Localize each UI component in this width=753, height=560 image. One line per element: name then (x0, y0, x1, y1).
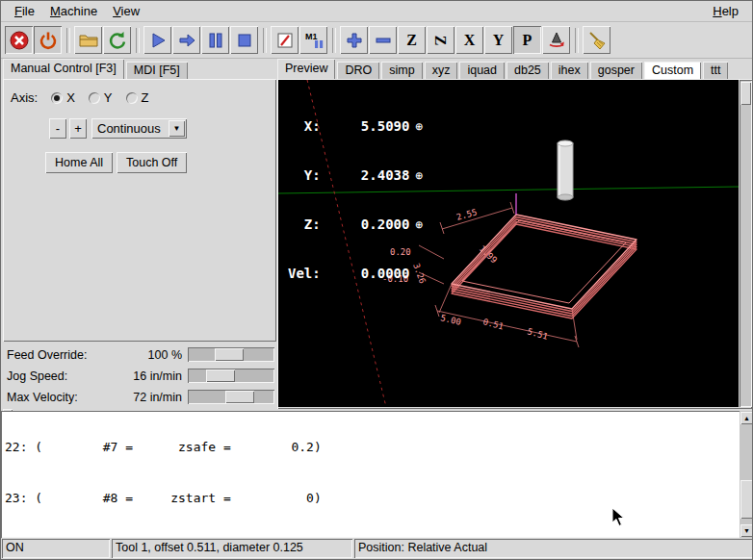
preview-canvas[interactable]: 2.55 1.99 0.20 3.26 -0.10 5.00 0.51 5.51 (278, 80, 739, 407)
machine-power-button[interactable] (34, 26, 62, 54)
max-velocity-label: Max Velocity: (7, 391, 78, 404)
max-velocity-slider[interactable] (188, 390, 274, 404)
broom-icon (586, 30, 608, 51)
dro-y: Y: 2.4038 (288, 167, 409, 184)
preview-scrollbar[interactable] (740, 80, 752, 407)
dro-x: X: 5.5090 (288, 118, 409, 135)
jog-mode-select[interactable]: Continuous ▼ (91, 118, 187, 139)
toolbar-separator (575, 28, 579, 53)
pause-icon (205, 30, 226, 51)
scroll-down-icon[interactable]: ▼ (740, 524, 753, 537)
minus-icon (373, 30, 394, 51)
plus-icon (344, 30, 365, 51)
tool-info-cell: Tool 1, offset 0.511, diameter 0.125 (112, 539, 352, 558)
jog-mode-value: Continuous (97, 121, 167, 136)
dro-overlay: X: 5.5090⊕ Y: 2.4038⊕ Z: 0.2000⊕ Vel: 0.… (288, 86, 423, 315)
power-icon (38, 30, 59, 51)
preview-scrollbar-thumb[interactable] (740, 82, 751, 105)
homed-icon: ⊕ (415, 167, 423, 184)
gcode-lines: 22: ( #7 = zsafe = 0.2) 23: ( #8 = zstar… (5, 411, 753, 538)
menu-machine[interactable]: Machine (42, 2, 105, 20)
run-button[interactable] (143, 26, 171, 54)
tab-dro[interactable]: DRO (337, 62, 379, 79)
axis-x-label: X (66, 90, 75, 105)
toolbar-separator (136, 28, 140, 53)
rotate-view-button[interactable] (542, 26, 570, 54)
feed-override-slider[interactable] (188, 347, 274, 362)
gcode-text-area[interactable]: 22: ( #7 = zsafe = 0.2) 23: ( #8 = zstar… (1, 411, 753, 538)
view-side-button[interactable]: X (455, 26, 483, 54)
view-front-button[interactable]: Y (484, 26, 512, 54)
tab-ihex[interactable]: ihex (551, 62, 588, 79)
step-button[interactable] (172, 26, 200, 54)
feed-override-value: 100 % (118, 348, 182, 362)
homed-icon: ⊕ (415, 118, 423, 135)
view-side-letter: X (464, 33, 476, 48)
open-file-button[interactable] (74, 26, 102, 54)
tab-gosper[interactable]: gosper (590, 62, 642, 79)
clear-plot-button[interactable] (583, 26, 610, 54)
tab-manual-control[interactable]: Manual Control [F3] (3, 59, 124, 79)
jog-speed-label: Jog Speed: (7, 369, 67, 383)
max-velocity-slider-thumb[interactable] (225, 391, 254, 403)
touch-off-button[interactable]: Touch Off (117, 152, 187, 173)
dro-z: Z: 0.2000 (288, 216, 409, 233)
play-icon (147, 30, 169, 51)
jog-speed-slider-thumb[interactable] (206, 369, 235, 382)
axis-y-radio[interactable] (89, 92, 100, 104)
view-rotated-top-button[interactable]: Z (427, 26, 454, 54)
reload-file-button[interactable] (103, 26, 131, 54)
tab-mdi[interactable]: MDI [F5] (126, 62, 188, 79)
axis-z-radio[interactable] (126, 92, 138, 104)
estop-button[interactable] (5, 26, 33, 54)
axis-x-radio[interactable] (51, 92, 63, 104)
axis-z-label: Z (142, 90, 149, 105)
scroll-up-icon[interactable]: ▲ (740, 412, 753, 424)
gcode-scrollbar-thumb[interactable] (740, 480, 753, 519)
chevron-down-icon: ▼ (169, 120, 185, 137)
axis-label: Axis: (11, 90, 38, 105)
feed-override-row: Feed Override: 100 % (3, 345, 276, 366)
optional-pause-button[interactable]: M1 (299, 26, 327, 54)
estop-icon (9, 30, 30, 51)
view-perspective-button[interactable]: P (513, 26, 541, 54)
home-all-button[interactable]: Home All (45, 152, 113, 173)
zoom-out-button[interactable] (369, 26, 397, 54)
pause-button[interactable] (201, 26, 229, 54)
manual-control-panel: Axis: X Y Z - + Continuous ▼ Home All To… (3, 79, 276, 342)
tab-custom[interactable]: Custom (644, 62, 701, 79)
skip-lines-button[interactable] (271, 26, 299, 54)
feed-override-slider-thumb[interactable] (215, 348, 244, 361)
toolbar-separator (332, 28, 336, 53)
tab-xyz[interactable]: xyz (425, 62, 458, 79)
view-front-letter: Y (493, 33, 505, 48)
toolbar-separator (66, 28, 70, 53)
svg-text:0.51: 0.51 (481, 317, 505, 331)
tab-iquad[interactable]: iquad (459, 62, 505, 79)
dro-vel: Vel: 0.0000 (288, 266, 409, 282)
axis-row: Axis: X Y Z (11, 90, 276, 105)
menu-help[interactable]: Help (705, 2, 746, 20)
tab-simp[interactable]: simp (381, 62, 422, 79)
override-sliders: Feed Override: 100 % Jog Speed: 16 in/mi… (3, 345, 276, 409)
stop-icon (234, 30, 255, 51)
menu-view[interactable]: View (105, 2, 147, 20)
zoom-in-button[interactable] (340, 26, 368, 54)
gcode-scrollbar[interactable]: ▲ ▼ (740, 411, 753, 538)
mouse-cursor (611, 507, 626, 527)
max-velocity-value: 72 in/min (118, 391, 182, 404)
tab-ttt[interactable]: ttt (703, 62, 728, 79)
jog-speed-row: Jog Speed: 16 in/min (3, 367, 276, 387)
view-top-button[interactable]: Z (398, 26, 426, 54)
jog-plus-button[interactable]: + (69, 118, 87, 139)
menu-file[interactable]: File (7, 2, 42, 20)
jog-minus-button[interactable]: - (49, 118, 66, 139)
svg-text:2.55: 2.55 (455, 207, 479, 222)
right-notebook: Preview DRO simp xyz iquad db25 ihex gos… (277, 59, 752, 409)
stop-button[interactable] (230, 26, 258, 54)
jog-speed-slider[interactable] (188, 369, 274, 383)
tab-db25[interactable]: db25 (506, 62, 549, 79)
axis-window: { "menubar": {"items": ["File", "Machine… (0, 0, 753, 560)
toolbar-separator (263, 28, 267, 53)
tab-preview[interactable]: Preview (277, 59, 335, 79)
